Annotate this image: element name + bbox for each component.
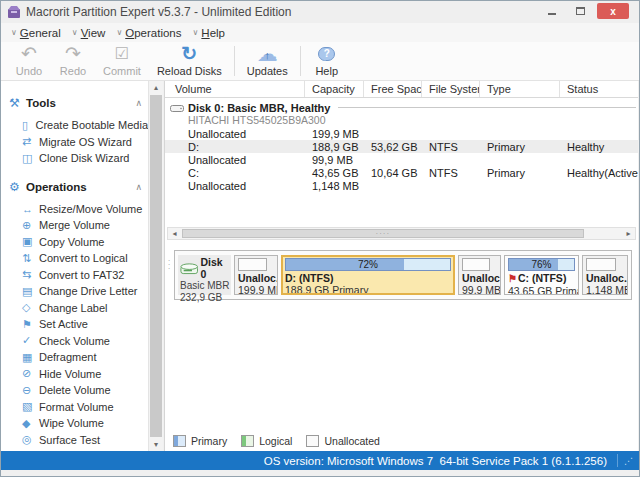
table-row-volume-c[interactable]: C: 43,65 GB 10,64 GB NTFS Primary Health… [165,166,638,179]
close-button[interactable]: x [597,3,629,19]
table-row-volume-d[interactable]: D: 188,9 GB 53,62 GB NTFS Primary Health… [165,140,638,153]
usage-bar-empty [238,258,267,271]
redo-icon: ↷ [65,44,81,64]
maximize-icon [576,7,585,15]
menu-general[interactable]: ∨ General [9,27,68,39]
legend-swatch-logical [241,435,254,447]
diskmap-block-unallocated-1[interactable]: Unalloc... 199,9 MB [234,255,278,295]
legend-swatch-unallocated [306,435,319,447]
sidebar-item-format-volume[interactable]: ▧ Format Volume [1,399,148,416]
sidebar-item-check-volume[interactable]: ✓ Check Volume [1,333,148,350]
diskmap-block-unallocated-2[interactable]: Unalloc... 99,9 MB [458,255,501,295]
sidebar-item-merge-volume[interactable]: ⊕ Merge Volume [1,217,148,234]
menu-help[interactable]: ∨ Help [191,27,233,39]
usage-percent-label: 76% [509,259,574,271]
diskmap-disk-info[interactable]: Disk 0 Basic MBR 232,9 GB [178,255,231,295]
disk-map: Disk 0 Basic MBR 232,9 GB Unalloc... 199… [174,250,632,300]
copy-icon: ▣ [22,235,39,248]
sidebar-item-delete-volume[interactable]: ⊖ Delete Volume [1,382,148,399]
app-logo-icon [7,5,21,19]
table-row-unallocated-3[interactable]: Unallocated 1,148 MB [165,179,638,192]
drive-letter-icon: ▤ [22,285,39,298]
sidebar-item-clone-disk-wizard[interactable]: ◫ Clone Disk Wizard [1,150,148,167]
window-bottom-edge [1,470,639,476]
sidebar-item-defragment[interactable]: ▦ Defragment [1,349,148,366]
thumb-grip-icon: ···· [375,231,390,237]
diskmap-drag-handle-icon[interactable]: ··· [166,259,172,271]
scrollbar-thumb[interactable]: ···· [182,229,584,238]
menu-bar: ∨ General ∨ View ∨ Operations ∨ Help [1,23,639,42]
refresh-icon: ↻ [181,44,197,64]
chevron-down-icon: ∨ [72,28,78,37]
sidebar-item-wipe-volume[interactable]: ◆ Wipe Volume [1,415,148,432]
panel-splitter[interactable]: ····· [165,241,638,249]
help-button[interactable]: ? Help [305,42,349,80]
app-window: Macrorit Partition Expert v5.3.7 - Unlim… [0,0,640,477]
sidebar-item-hide-volume[interactable]: ⊘ Hide Volume [1,366,148,383]
scroll-down-icon[interactable]: ▾ [149,438,163,451]
sidebar-section-tools[interactable]: ⚒ Tools ∧ [1,93,148,113]
minimize-icon [548,13,556,15]
defragment-icon: ▦ [22,351,39,364]
sidebar-item-migrate-os-wizard[interactable]: ⇄ Migrate OS Wizard [1,134,148,151]
maximize-button[interactable] [569,3,591,19]
sidebar-section-operations[interactable]: ⚙ Operations ∧ [1,177,148,197]
undo-icon: ↶ [21,44,37,64]
diskmap-block-volume-c[interactable]: 76% ⚑C: (NTFS) 43,65 GB Primary [504,255,579,295]
convert-logical-icon: ⇅ [22,252,39,265]
column-header-free-space[interactable]: Free Space [364,81,422,97]
green-disk-icon [180,262,198,275]
column-header-volume[interactable]: Volume [165,81,305,97]
scroll-left-icon[interactable]: ◂ [168,229,181,238]
column-header-type[interactable]: Type [480,81,560,97]
sidebar-item-surface-test[interactable]: ◎ Surface Test [1,432,148,449]
column-header-file-system[interactable]: File System [422,81,480,97]
collapse-chevron-icon[interactable]: ∧ [135,98,142,108]
updates-button[interactable]: ☁ ↑ Updates [239,42,296,80]
menu-view[interactable]: ∨ View [70,27,113,39]
resize-grip-icon[interactable]: ⋰ [624,456,633,466]
sidebar-item-copy-volume[interactable]: ▣ Copy Volume [1,234,148,251]
scroll-up-icon[interactable]: ▴ [149,81,163,94]
column-header-capacity[interactable]: Capacity [305,81,364,97]
undo-button[interactable]: ↶ Undo [7,42,51,80]
redo-button[interactable]: ↷ Redo [51,42,95,80]
delete-icon: ⊖ [22,384,39,397]
sidebar-item-create-bootable-media[interactable]: ▯ Create Bootable Media [1,117,148,134]
gear-icon: ⚙ [9,180,26,194]
group-divider [338,107,636,108]
chevron-down-icon: ∨ [193,28,199,37]
magnifier-icon: ◎ [22,433,39,446]
check-icon: ✓ [22,334,39,347]
table-row-unallocated-1[interactable]: Unallocated 199,9 MB [165,127,638,140]
table-row-unallocated-2[interactable]: Unallocated 99,9 MB [165,153,638,166]
help-bubble-icon: ? [318,47,335,61]
table-horizontal-scrollbar[interactable]: ◂ ···· ▸ [167,227,636,240]
sidebar-item-change-drive-letter[interactable]: ▤ Change Drive Letter [1,283,148,300]
disk-group-row[interactable]: Disk 0: Basic MBR, Healthy HITACHI HTS54… [165,101,638,125]
column-header-status[interactable]: Status [560,81,638,97]
scroll-right-icon[interactable]: ▸ [622,229,635,238]
menu-operations[interactable]: ∨ Operations [114,27,188,39]
scrollbar-thumb[interactable] [150,95,162,437]
commit-button[interactable]: ☑ Commit [95,42,149,80]
sidebar-scrollbar[interactable]: ▴ ▾ [148,81,163,451]
commit-checkbox-icon: ☑ [115,44,129,64]
statusbar-separator [617,454,618,467]
minimize-button[interactable] [541,3,563,19]
sidebar-item-resize-move-volume[interactable]: ↔ Resize/Move Volume [1,201,148,218]
toolbar-separator [300,46,301,76]
sidebar-item-convert-to-fat32[interactable]: ⇆ Convert to FAT32 [1,267,148,284]
legend: Primary Logical Unallocated [173,435,380,447]
chevron-down-icon: ∨ [116,28,122,37]
diskmap-block-unallocated-3[interactable]: Unalloc... 1,148 MB [582,255,628,295]
sidebar-item-change-label[interactable]: ◇ Change Label [1,300,148,317]
reload-disks-button[interactable]: ↻ Reload Disks [149,42,230,80]
sidebar-item-convert-to-logical[interactable]: ⇅ Convert to Logical [1,250,148,267]
disk-group-title: Disk 0: Basic MBR, Healthy [188,102,330,114]
collapse-chevron-icon[interactable]: ∧ [135,182,142,192]
diskmap-block-volume-d[interactable]: 72% D: (NTFS) 188,9 GB Primary [281,255,455,295]
active-flag-icon: ⚑ [508,273,517,284]
usage-bar-empty [586,258,616,271]
sidebar-item-set-active[interactable]: ⚑ Set Active [1,316,148,333]
